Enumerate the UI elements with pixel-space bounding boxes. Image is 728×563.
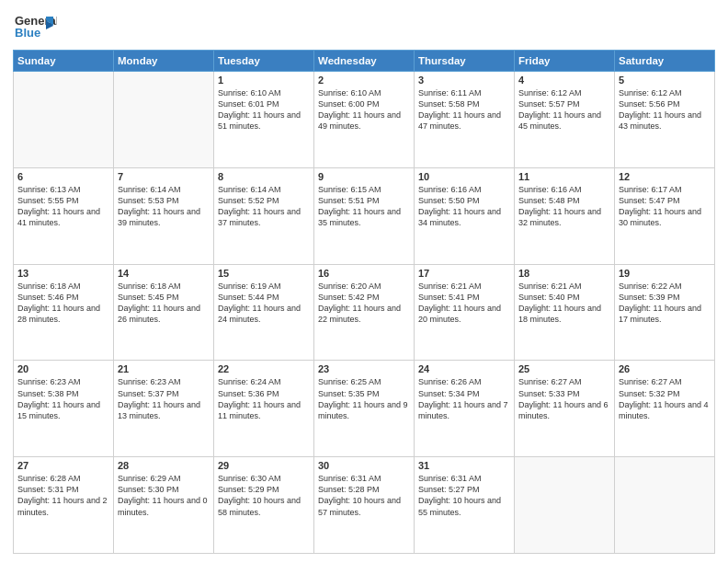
day-number: 6 [17, 171, 109, 182]
calendar-cell: 29Sunrise: 6:30 AM Sunset: 5:29 PM Dayli… [214, 457, 314, 554]
day-number: 19 [619, 268, 711, 279]
cell-info: Sunrise: 6:21 AM Sunset: 5:40 PM Dayligh… [518, 281, 610, 326]
calendar-cell: 22Sunrise: 6:24 AM Sunset: 5:36 PM Dayli… [214, 361, 314, 457]
weekday-header-monday: Monday [114, 51, 214, 72]
day-number: 4 [518, 75, 610, 86]
weekday-header-wednesday: Wednesday [314, 51, 415, 72]
cell-info: Sunrise: 6:10 AM Sunset: 6:01 PM Dayligh… [218, 87, 310, 132]
cell-info: Sunrise: 6:12 AM Sunset: 5:56 PM Dayligh… [619, 87, 711, 132]
calendar-cell: 26Sunrise: 6:27 AM Sunset: 5:32 PM Dayli… [615, 361, 715, 457]
calendar-cell: 15Sunrise: 6:19 AM Sunset: 5:44 PM Dayli… [214, 264, 314, 361]
weekday-header-thursday: Thursday [415, 51, 515, 72]
cell-info: Sunrise: 6:17 AM Sunset: 5:47 PM Dayligh… [619, 184, 711, 229]
cell-info: Sunrise: 6:10 AM Sunset: 6:00 PM Dayligh… [318, 87, 410, 132]
calendar-cell: 2Sunrise: 6:10 AM Sunset: 6:00 PM Daylig… [314, 72, 415, 168]
calendar-cell: 7Sunrise: 6:14 AM Sunset: 5:53 PM Daylig… [114, 167, 214, 264]
cell-info: Sunrise: 6:21 AM Sunset: 5:41 PM Dayligh… [418, 281, 510, 326]
header: General Blue [13, 9, 715, 42]
day-number: 24 [418, 363, 510, 374]
calendar-cell: 28Sunrise: 6:29 AM Sunset: 5:30 PM Dayli… [114, 457, 214, 554]
calendar-cell: 14Sunrise: 6:18 AM Sunset: 5:45 PM Dayli… [114, 264, 214, 361]
cell-info: Sunrise: 6:23 AM Sunset: 5:38 PM Dayligh… [17, 376, 109, 421]
day-number: 18 [518, 268, 610, 279]
weekday-header-row: SundayMondayTuesdayWednesdayThursdayFrid… [14, 51, 715, 72]
calendar-table: SundayMondayTuesdayWednesdayThursdayFrid… [13, 50, 715, 554]
cell-info: Sunrise: 6:19 AM Sunset: 5:44 PM Dayligh… [218, 281, 310, 326]
calendar-cell [14, 72, 114, 168]
calendar-cell: 16Sunrise: 6:20 AM Sunset: 5:42 PM Dayli… [314, 264, 415, 361]
cell-info: Sunrise: 6:27 AM Sunset: 5:33 PM Dayligh… [518, 376, 610, 421]
calendar-cell: 18Sunrise: 6:21 AM Sunset: 5:40 PM Dayli… [515, 264, 615, 361]
cell-info: Sunrise: 6:16 AM Sunset: 5:48 PM Dayligh… [518, 184, 610, 229]
cell-info: Sunrise: 6:24 AM Sunset: 5:36 PM Dayligh… [218, 376, 310, 421]
day-number: 16 [318, 268, 410, 279]
cell-info: Sunrise: 6:26 AM Sunset: 5:34 PM Dayligh… [418, 376, 510, 421]
cell-info: Sunrise: 6:27 AM Sunset: 5:32 PM Dayligh… [619, 376, 711, 421]
calendar-cell: 6Sunrise: 6:13 AM Sunset: 5:55 PM Daylig… [14, 167, 114, 264]
calendar-cell: 13Sunrise: 6:18 AM Sunset: 5:46 PM Dayli… [14, 264, 114, 361]
cell-info: Sunrise: 6:31 AM Sunset: 5:27 PM Dayligh… [418, 473, 510, 518]
calendar-cell: 30Sunrise: 6:31 AM Sunset: 5:28 PM Dayli… [314, 457, 415, 554]
cell-info: Sunrise: 6:20 AM Sunset: 5:42 PM Dayligh… [318, 281, 410, 326]
calendar-week-4: 20Sunrise: 6:23 AM Sunset: 5:38 PM Dayli… [14, 361, 715, 457]
calendar-cell: 12Sunrise: 6:17 AM Sunset: 5:47 PM Dayli… [615, 167, 715, 264]
calendar-week-5: 27Sunrise: 6:28 AM Sunset: 5:31 PM Dayli… [14, 457, 715, 554]
weekday-header-sunday: Sunday [14, 51, 114, 72]
calendar-cell: 5Sunrise: 6:12 AM Sunset: 5:56 PM Daylig… [615, 72, 715, 168]
calendar-cell: 25Sunrise: 6:27 AM Sunset: 5:33 PM Dayli… [515, 361, 615, 457]
calendar-cell [615, 457, 715, 554]
day-number: 12 [619, 171, 711, 182]
calendar-cell: 24Sunrise: 6:26 AM Sunset: 5:34 PM Dayli… [415, 361, 515, 457]
cell-info: Sunrise: 6:14 AM Sunset: 5:53 PM Dayligh… [118, 184, 210, 229]
cell-info: Sunrise: 6:18 AM Sunset: 5:46 PM Dayligh… [17, 281, 109, 326]
day-number: 1 [218, 75, 310, 86]
day-number: 25 [518, 363, 610, 374]
calendar-cell: 20Sunrise: 6:23 AM Sunset: 5:38 PM Dayli… [14, 361, 114, 457]
cell-info: Sunrise: 6:31 AM Sunset: 5:28 PM Dayligh… [318, 473, 410, 518]
calendar-cell: 9Sunrise: 6:15 AM Sunset: 5:51 PM Daylig… [314, 167, 415, 264]
day-number: 20 [17, 363, 109, 374]
day-number: 3 [418, 75, 510, 86]
cell-info: Sunrise: 6:22 AM Sunset: 5:39 PM Dayligh… [619, 281, 711, 326]
day-number: 9 [318, 171, 410, 182]
calendar-cell: 27Sunrise: 6:28 AM Sunset: 5:31 PM Dayli… [14, 457, 114, 554]
day-number: 29 [218, 460, 310, 471]
logo: General Blue [13, 9, 57, 42]
calendar-cell [515, 457, 615, 554]
day-number: 10 [418, 171, 510, 182]
calendar-cell: 17Sunrise: 6:21 AM Sunset: 5:41 PM Dayli… [415, 264, 515, 361]
day-number: 28 [118, 460, 210, 471]
day-number: 22 [218, 363, 310, 374]
calendar-cell: 31Sunrise: 6:31 AM Sunset: 5:27 PM Dayli… [415, 457, 515, 554]
cell-info: Sunrise: 6:13 AM Sunset: 5:55 PM Dayligh… [17, 184, 109, 229]
cell-info: Sunrise: 6:11 AM Sunset: 5:58 PM Dayligh… [418, 87, 510, 132]
weekday-header-tuesday: Tuesday [214, 51, 314, 72]
day-number: 27 [17, 460, 109, 471]
day-number: 15 [218, 268, 310, 279]
day-number: 8 [218, 171, 310, 182]
cell-info: Sunrise: 6:16 AM Sunset: 5:50 PM Dayligh… [418, 184, 510, 229]
cell-info: Sunrise: 6:12 AM Sunset: 5:57 PM Dayligh… [518, 87, 610, 132]
day-number: 26 [619, 363, 711, 374]
calendar-week-1: 1Sunrise: 6:10 AM Sunset: 6:01 PM Daylig… [14, 72, 715, 168]
calendar-cell: 3Sunrise: 6:11 AM Sunset: 5:58 PM Daylig… [415, 72, 515, 168]
day-number: 7 [118, 171, 210, 182]
calendar-cell: 23Sunrise: 6:25 AM Sunset: 5:35 PM Dayli… [314, 361, 415, 457]
cell-info: Sunrise: 6:14 AM Sunset: 5:52 PM Dayligh… [218, 184, 310, 229]
cell-info: Sunrise: 6:18 AM Sunset: 5:45 PM Dayligh… [118, 281, 210, 326]
weekday-header-saturday: Saturday [615, 51, 715, 72]
calendar-cell: 4Sunrise: 6:12 AM Sunset: 5:57 PM Daylig… [515, 72, 615, 168]
cell-info: Sunrise: 6:23 AM Sunset: 5:37 PM Dayligh… [118, 376, 210, 421]
day-number: 13 [17, 268, 109, 279]
weekday-header-friday: Friday [515, 51, 615, 72]
calendar-cell: 1Sunrise: 6:10 AM Sunset: 6:01 PM Daylig… [214, 72, 314, 168]
day-number: 14 [118, 268, 210, 279]
svg-text:Blue: Blue [15, 26, 40, 40]
calendar-cell: 8Sunrise: 6:14 AM Sunset: 5:52 PM Daylig… [214, 167, 314, 264]
calendar-cell: 11Sunrise: 6:16 AM Sunset: 5:48 PM Dayli… [515, 167, 615, 264]
cell-info: Sunrise: 6:29 AM Sunset: 5:30 PM Dayligh… [118, 473, 210, 518]
cell-info: Sunrise: 6:30 AM Sunset: 5:29 PM Dayligh… [218, 473, 310, 518]
calendar-cell [114, 72, 214, 168]
day-number: 17 [418, 268, 510, 279]
calendar-cell: 21Sunrise: 6:23 AM Sunset: 5:37 PM Dayli… [114, 361, 214, 457]
